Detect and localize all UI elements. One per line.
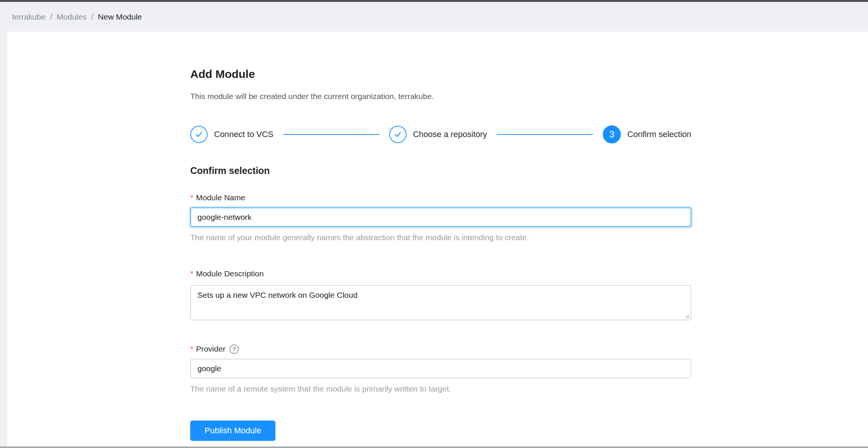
step-label: Choose a repository — [413, 130, 487, 139]
step-connect-to-vcs[interactable]: Connect to VCS — [190, 126, 274, 143]
breadcrumb-item-modules[interactable]: Modules — [57, 12, 87, 21]
main-content-card: Add Module This module will be created u… — [7, 32, 868, 446]
check-icon — [194, 130, 203, 139]
required-asterisk: * — [190, 344, 193, 354]
publish-module-button[interactable]: Publish Module — [190, 421, 275, 441]
step-choose-a-repository[interactable]: Choose a repository — [389, 126, 487, 143]
stepper: Connect to VCS Choose a repository 3 — [190, 125, 691, 143]
module-name-input[interactable] — [190, 207, 691, 227]
step-finished-circle — [389, 126, 406, 143]
provider-help-text: The name of a remote system that the mod… — [190, 384, 691, 394]
step-connector — [497, 134, 593, 135]
step-label: Connect to VCS — [214, 130, 274, 139]
check-icon — [393, 130, 402, 139]
module-description-textarea[interactable]: Sets up a new VPC network on Google Clou… — [190, 285, 691, 320]
breadcrumb: terrakube / Modules / New Module — [0, 2, 868, 32]
breadcrumb-item-current: New Module — [98, 12, 142, 21]
step-finished-circle — [190, 126, 208, 143]
provider-label: * Provider ? — [190, 344, 691, 354]
module-description-label: * Module Description — [190, 268, 691, 279]
provider-input[interactable] — [190, 359, 691, 378]
breadcrumb-item-organization[interactable]: terrakube — [12, 12, 46, 21]
breadcrumb-separator: / — [50, 12, 52, 21]
page-title: Add Module — [190, 67, 691, 81]
step-label: Confirm selection — [627, 130, 691, 139]
module-name-label: * Module Name — [190, 192, 691, 203]
section-heading-confirm-selection: Confirm selection — [190, 165, 691, 177]
step-confirm-selection: 3 Confirm selection — [603, 125, 691, 143]
step-connector — [283, 134, 379, 135]
window-bottom-edge — [0, 446, 868, 448]
page-subtitle: This module will be created under the cu… — [190, 91, 691, 101]
step-current-circle: 3 — [603, 125, 621, 143]
module-name-help-text: The name of your module generally names … — [190, 232, 691, 243]
breadcrumb-separator: / — [91, 12, 93, 21]
required-asterisk: * — [190, 192, 193, 203]
question-circle-icon[interactable]: ? — [229, 344, 239, 354]
step-number: 3 — [609, 129, 614, 140]
required-asterisk: * — [190, 268, 193, 279]
